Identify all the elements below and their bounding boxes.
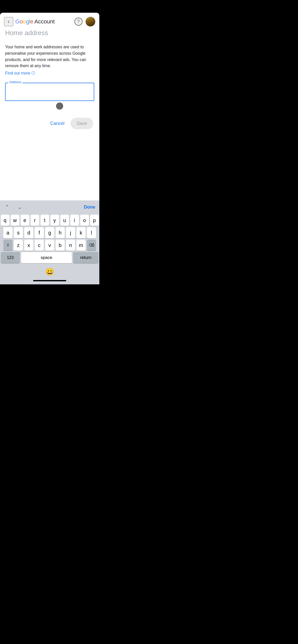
key-g[interactable]: g (45, 227, 54, 238)
key-delete[interactable]: ⌫ (87, 240, 96, 251)
help-icon: ? (77, 19, 80, 24)
toolbar-next-button[interactable]: ⌄ (17, 203, 23, 211)
header-actions: ? (74, 17, 95, 26)
key-n[interactable]: n (66, 240, 75, 251)
key-f[interactable]: f (35, 227, 44, 238)
content-area: Your home and work addresses are used to… (0, 39, 99, 129)
chevron-down-icon: ⌄ (18, 204, 22, 210)
emoji-icon: 😀 (45, 268, 54, 276)
key-l[interactable]: l (87, 227, 96, 238)
google-logo: G o o g l e (15, 18, 33, 25)
key-j[interactable]: j (66, 227, 75, 238)
save-button[interactable]: Save (71, 118, 93, 129)
back-arrow-icon: ‹ (8, 18, 9, 25)
key-w[interactable]: w (11, 215, 19, 226)
key-x[interactable]: x (24, 240, 33, 251)
cancel-button[interactable]: Cancel (46, 118, 69, 129)
key-m[interactable]: m (76, 240, 86, 251)
page-title-area: Home address (0, 29, 99, 39)
toolbar-prev-button[interactable]: ⌃ (4, 203, 10, 211)
action-buttons: Cancel Save (5, 118, 94, 129)
keyboard-done-button[interactable]: Done (84, 204, 95, 210)
google-letter-o2: o (23, 18, 26, 25)
user-avatar[interactable] (86, 17, 95, 26)
account-text: Account (34, 18, 55, 25)
key-y[interactable]: y (50, 215, 59, 226)
address-label: Address (8, 80, 22, 84)
info-circle-icon: ⓘ (31, 71, 35, 76)
chevron-up-icon: ⌃ (5, 204, 9, 210)
google-letter-e: e (30, 18, 33, 25)
back-button[interactable]: ‹ (4, 17, 13, 26)
header: ‹ G o o g l e Account ? (0, 13, 99, 29)
google-letter-g2: g (26, 18, 29, 25)
key-p[interactable]: p (90, 215, 99, 226)
delete-icon: ⌫ (89, 243, 94, 247)
status-bar (0, 0, 99, 13)
key-u[interactable]: u (60, 215, 69, 226)
page-title: Home address (5, 29, 48, 37)
keyboard: q w e r t y u i o p a s d f g h j k (0, 214, 99, 284)
key-q[interactable]: q (1, 215, 9, 226)
toolbar-navigation: ⌃ ⌄ (4, 203, 23, 211)
google-letter-o1: o (20, 18, 23, 25)
address-input-container: Address (5, 83, 94, 101)
key-a[interactable]: a (3, 227, 12, 238)
description-text: Your home and work addresses are used to… (5, 44, 94, 69)
key-c[interactable]: c (35, 240, 44, 251)
key-z[interactable]: z (14, 240, 23, 251)
key-numbers[interactable]: 123 (1, 252, 20, 263)
key-e[interactable]: e (21, 215, 29, 226)
google-letter-g1: G (15, 18, 20, 25)
key-return[interactable]: return (73, 252, 99, 263)
main-card: ‹ G o o g l e Account ? Home a (0, 13, 99, 284)
key-k[interactable]: k (76, 227, 86, 238)
keyboard-row-3: ⇧ z x c v b n m ⌫ (1, 240, 99, 251)
shift-icon: ⇧ (6, 243, 10, 247)
key-t[interactable]: t (40, 215, 49, 226)
key-i[interactable]: i (70, 215, 79, 226)
key-h[interactable]: h (56, 227, 65, 238)
key-b[interactable]: b (56, 240, 65, 251)
home-indicator (33, 280, 66, 281)
keyboard-row-1: q w e r t y u i o p (1, 215, 99, 226)
keyboard-row-2: a s d f g h j k l (1, 227, 99, 238)
cursor-handle (56, 103, 63, 110)
keyboard-toolbar: ⌃ ⌄ Done (0, 200, 99, 214)
key-r[interactable]: r (31, 215, 39, 226)
keyboard-bottom: 😀 (1, 265, 99, 278)
avatar-image (86, 17, 95, 26)
emoji-button[interactable]: 😀 (44, 267, 55, 277)
key-shift[interactable]: ⇧ (3, 240, 12, 251)
find-out-more-text: Find out more (5, 71, 30, 76)
key-d[interactable]: d (24, 227, 33, 238)
address-input[interactable] (5, 83, 94, 101)
key-v[interactable]: v (45, 240, 54, 251)
key-space[interactable]: space (21, 252, 72, 263)
help-button[interactable]: ? (74, 18, 83, 26)
key-s[interactable]: s (14, 227, 23, 238)
phone-container: ‹ G o o g l e Account ? Home a (0, 0, 99, 284)
key-o[interactable]: o (80, 215, 89, 226)
keyboard-row-4: 123 space return (1, 252, 99, 263)
find-out-more-link[interactable]: Find out more ⓘ (5, 71, 35, 76)
